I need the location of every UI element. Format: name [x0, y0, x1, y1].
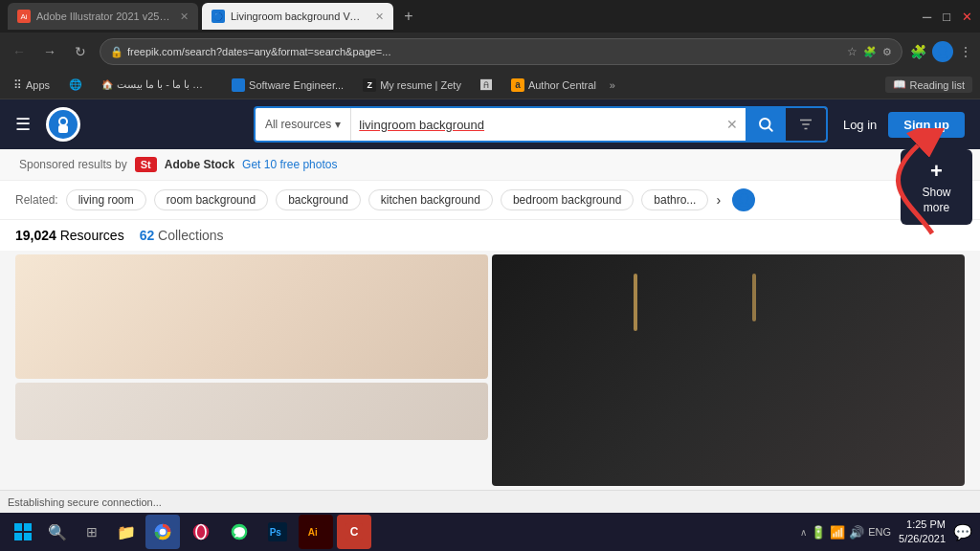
- windows-icon: [13, 522, 33, 541]
- chrome-taskbar[interactable]: [145, 515, 180, 549]
- gallery: [0, 251, 980, 490]
- gallery-image-1[interactable]: [15, 254, 488, 379]
- search-input[interactable]: [351, 118, 719, 132]
- opera-icon: [191, 522, 211, 541]
- tab-freepik[interactable]: 🔵 Livingroom background Vectors... ✕: [202, 3, 393, 30]
- search-taskbar-button[interactable]: 🔍: [42, 517, 73, 547]
- profile-avatar[interactable]: 👤: [932, 41, 953, 62]
- show-more-label: Showmore: [922, 186, 950, 215]
- system-tray: ∧ 🔋 📶 🔊 ENG: [800, 525, 891, 540]
- tab-freepik-close[interactable]: ✕: [375, 11, 384, 23]
- tag-bedroom-background[interactable]: bedroom background: [501, 189, 634, 210]
- search-button[interactable]: [746, 108, 786, 141]
- taskbar: 🔍 ⊞ 📁 Ps: [0, 513, 980, 551]
- file-explorer-button[interactable]: 📁: [111, 517, 142, 547]
- minimize-button[interactable]: ─: [923, 10, 931, 24]
- show-more-popup[interactable]: + Showmore: [901, 149, 972, 225]
- ext-toolbar-icon[interactable]: 🧩: [910, 44, 926, 59]
- taskbar-right: ∧ 🔋 📶 🔊 ENG 1:25 PM 5/26/2021 💬: [800, 518, 972, 547]
- login-button[interactable]: Log in: [843, 118, 877, 132]
- bookmarks-bar: ⠿ Apps 🌐 🏠 تماس با ما - با ما بیست... So…: [0, 71, 980, 99]
- window-controls: ─ □ ✕: [923, 10, 972, 24]
- related-label: Related:: [15, 193, 58, 207]
- whatsapp-taskbar[interactable]: [222, 515, 256, 549]
- reading-list-icon: 📖: [893, 78, 906, 91]
- filter-button[interactable]: [786, 108, 826, 141]
- tab-illustrator[interactable]: Ai Adobe Illustrator 2021 v25.2.3.2... ✕: [8, 3, 198, 30]
- bookmarks-overflow[interactable]: »: [610, 79, 615, 91]
- page-content: ☰ All resources ▾ ✕: [0, 99, 980, 513]
- tab-illustrator-label: Adobe Illustrator 2021 v25.2.3.2...: [36, 11, 170, 22]
- svg-rect-12: [24, 533, 32, 540]
- address-input[interactable]: 🔒 freepik.com/search?dates=any&format=se…: [100, 38, 902, 65]
- notifications-icon[interactable]: 💬: [953, 523, 972, 541]
- bookmark-amazon[interactable]: 🅰: [475, 77, 498, 94]
- svg-rect-10: [24, 523, 32, 531]
- signup-button[interactable]: Sign up: [888, 112, 965, 138]
- bookmark-apps-label: Apps: [26, 79, 50, 91]
- star-icon[interactable]: ☆: [847, 45, 858, 58]
- bookmark-apps[interactable]: ⠿ Apps: [8, 77, 56, 94]
- bookmark-globe[interactable]: 🌐: [63, 77, 88, 93]
- fp-tab-icon: 🔵: [212, 10, 225, 23]
- search-clear-button[interactable]: ✕: [719, 117, 746, 132]
- back-button[interactable]: ←: [8, 40, 31, 63]
- battery-icon: 🔋: [811, 525, 826, 540]
- reload-button[interactable]: ↻: [69, 40, 92, 63]
- fp-logo-inner: [49, 110, 78, 139]
- sponsored-row: Sponsored results by St Adobe Stock Get …: [0, 149, 980, 181]
- tag-living-room[interactable]: living room: [66, 189, 146, 210]
- forward-button[interactable]: →: [38, 40, 61, 63]
- clock-date: 5/26/2021: [899, 532, 946, 546]
- tag-bathroom[interactable]: bathro...: [641, 189, 708, 210]
- lock-icon: 🔒: [110, 46, 123, 58]
- adobe-badge-text: St: [141, 159, 151, 170]
- chevron-tray-icon[interactable]: ∧: [800, 527, 807, 538]
- collections-label: Collections: [158, 228, 223, 243]
- settings-icon[interactable]: ⋮: [959, 44, 972, 59]
- reading-list-label: Reading list: [910, 79, 965, 91]
- ext-icon[interactable]: 🧩: [863, 46, 877, 58]
- fp-logo[interactable]: [46, 107, 80, 142]
- search-dropdown[interactable]: All resources ▾: [256, 108, 351, 141]
- svg-text:Ps: Ps: [270, 527, 282, 538]
- get-free-photos[interactable]: Get 10 free photos: [242, 158, 337, 171]
- bookmark-author-central[interactable]: a Author Central: [505, 77, 602, 94]
- hamburger-menu[interactable]: ☰: [15, 114, 31, 135]
- another-app-taskbar[interactable]: C: [337, 515, 371, 549]
- new-tab-button[interactable]: +: [397, 5, 420, 28]
- filter-icon: [797, 116, 814, 133]
- start-button[interactable]: [8, 517, 38, 547]
- bookmark-zety[interactable]: Z My resume | Zety: [357, 77, 467, 94]
- task-view-button[interactable]: ⊞: [77, 517, 107, 547]
- svg-point-14: [160, 529, 167, 536]
- ai-icon: Ai: [17, 10, 31, 23]
- gallery-image-2[interactable]: [15, 383, 488, 440]
- address-bar: ← → ↻ 🔒 freepik.com/search?dates=any&for…: [0, 33, 980, 71]
- gallery-image-3[interactable]: [492, 254, 965, 486]
- opera-taskbar[interactable]: [184, 515, 218, 549]
- tags-next-arrow[interactable]: ›: [716, 192, 721, 208]
- bookmark-author-label: Author Central: [528, 79, 596, 91]
- photoshop-taskbar[interactable]: Ps: [260, 515, 295, 549]
- svg-rect-1: [58, 125, 68, 133]
- lang-label: ENG: [868, 526, 891, 538]
- results-count: 19,024 Resources: [15, 228, 124, 243]
- tag-background[interactable]: background: [276, 189, 361, 210]
- bookmark-persian[interactable]: 🏠 تماس با ما - با ما بیست...: [96, 77, 218, 93]
- tag-kitchen-background[interactable]: kitchen background: [368, 189, 493, 210]
- tab-illustrator-close[interactable]: ✕: [180, 11, 189, 23]
- tag-room-background[interactable]: room background: [154, 189, 268, 210]
- illustrator-taskbar[interactable]: Ai: [299, 515, 333, 549]
- search-container: All resources ▾ ✕: [254, 106, 828, 143]
- profile-icon[interactable]: ⚙: [882, 46, 892, 58]
- search-icon: [757, 116, 774, 133]
- maximize-button[interactable]: □: [943, 10, 950, 24]
- svg-line-4: [768, 127, 771, 130]
- status-bar: Establishing secure connection...: [0, 490, 980, 513]
- status-text: Establishing secure connection...: [8, 496, 972, 508]
- reading-list-button[interactable]: 📖 Reading list: [885, 77, 972, 93]
- close-button[interactable]: ✕: [962, 10, 972, 24]
- bookmark-software[interactable]: Software Engineer...: [226, 77, 349, 94]
- collections-link[interactable]: 62 Collections: [140, 228, 224, 243]
